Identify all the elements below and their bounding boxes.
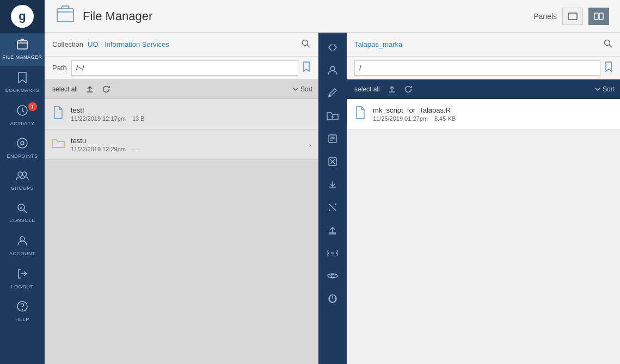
- right-collection-header: Talapas_marka: [347, 33, 620, 57]
- svg-rect-0: [17, 41, 27, 49]
- link-button[interactable]: [322, 243, 343, 263]
- svg-point-5: [22, 172, 27, 176]
- sidebar-item-endpoints[interactable]: ENDPOINTS: [0, 132, 45, 165]
- help-label: HELP: [15, 317, 29, 323]
- table-row[interactable]: mk_script_for_Talapas.R 11/25/2019 01:27…: [347, 99, 620, 129]
- panels-label: Panels: [533, 12, 557, 21]
- single-panel-button[interactable]: [562, 8, 583, 25]
- sidebar-logo[interactable]: g: [0, 0, 45, 33]
- bookmarks-icon: [17, 71, 28, 86]
- right-sort-button[interactable]: Sort: [594, 85, 615, 93]
- edit-file-button[interactable]: [322, 128, 343, 149]
- left-toolbar: select all Sor: [45, 79, 318, 99]
- dual-panel-button[interactable]: [588, 8, 609, 25]
- download-button[interactable]: [322, 174, 343, 195]
- left-bookmark-icon[interactable]: [303, 61, 310, 75]
- collection-label: Collection: [52, 40, 83, 48]
- right-collection-name: Talapas_marka: [354, 40, 402, 48]
- file-manager-icon: [16, 38, 28, 53]
- file-size: 13 B: [132, 115, 145, 122]
- sidebar-item-activity[interactable]: 1 ACTIVITY: [0, 99, 45, 132]
- table-row[interactable]: testu 11/22/2019 12:29pm — ›: [45, 129, 318, 160]
- svg-rect-14: [594, 13, 598, 20]
- fm-area: Collection UO - Information Services Pat…: [45, 33, 620, 364]
- resize-button[interactable]: [322, 197, 343, 218]
- console-label: CONSOLE: [9, 218, 35, 224]
- sidebar-item-file-manager[interactable]: FILE MANAGER: [0, 33, 45, 66]
- left-select-all-button[interactable]: select all: [50, 84, 80, 94]
- svg-rect-15: [599, 13, 603, 20]
- upload-button[interactable]: [322, 220, 343, 240]
- right-pane: Talapas_marka select all: [347, 33, 620, 364]
- file-size: 8.45 KB: [434, 115, 456, 122]
- table-row[interactable]: testf 11/22/2019 12:17pm 13 B: [45, 99, 318, 129]
- file-info: testf 11/22/2019 12:17pm 13 B: [71, 106, 311, 122]
- file-icon: [353, 106, 367, 123]
- sidebar-item-console[interactable]: A CONSOLE: [0, 197, 45, 229]
- left-path-bar: Path: [45, 57, 318, 79]
- preview-button[interactable]: [322, 266, 343, 286]
- pencil-button[interactable]: [322, 83, 343, 103]
- left-collection-header: Collection UO - Information Services: [45, 33, 318, 57]
- file-date: 11/22/2019 12:17pm: [71, 115, 126, 122]
- file-date: 11/22/2019 12:29pm: [71, 146, 126, 152]
- svg-point-31: [605, 40, 610, 45]
- svg-point-11: [22, 310, 23, 310]
- right-select-all-button[interactable]: select all: [352, 84, 382, 94]
- topbar: File Manager Panels: [45, 0, 620, 33]
- file-manager-topbar-icon: [56, 4, 75, 28]
- file-icon: [51, 106, 65, 123]
- right-path-input[interactable]: [354, 60, 600, 76]
- svg-point-16: [303, 40, 308, 45]
- new-folder-button[interactable]: [322, 106, 343, 126]
- right-bookmark-icon[interactable]: [605, 61, 612, 75]
- left-search-button[interactable]: [302, 39, 310, 50]
- left-sort-button[interactable]: Sort: [292, 85, 312, 93]
- file-info: testu 11/22/2019 12:29pm —: [71, 137, 303, 152]
- groups-icon: [16, 170, 29, 184]
- sidebar: g FILE MANAGER BOOKMARKS 1 ACTIVITY: [0, 0, 45, 364]
- left-collection-name[interactable]: UO - Information Services: [88, 40, 169, 48]
- right-path-bar: [347, 57, 620, 79]
- svg-point-19: [330, 66, 335, 71]
- file-meta: 11/22/2019 12:29pm —: [71, 146, 303, 152]
- folder-arrow-icon: ›: [309, 140, 311, 149]
- power-button[interactable]: [322, 288, 343, 309]
- svg-rect-12: [57, 9, 73, 22]
- middle-toolbar: [318, 33, 347, 364]
- file-size: —: [132, 146, 138, 152]
- svg-line-17: [308, 45, 310, 47]
- right-up-dir-button[interactable]: [385, 84, 398, 95]
- file-name: testu: [71, 137, 303, 145]
- svg-text:A: A: [20, 206, 23, 211]
- left-path-input[interactable]: [71, 60, 298, 76]
- file-info: mk_script_for_Talapas.R 11/25/2019 01:27…: [373, 106, 613, 122]
- folder-icon: [51, 138, 65, 152]
- right-refresh-button[interactable]: [402, 84, 415, 95]
- topbar-left: File Manager: [56, 4, 152, 28]
- collapse-panes-button[interactable]: [322, 37, 343, 58]
- left-up-dir-button[interactable]: [83, 84, 96, 95]
- right-search-button[interactable]: [604, 39, 612, 50]
- left-refresh-button[interactable]: [100, 84, 113, 95]
- delete-button[interactable]: [322, 151, 343, 172]
- svg-rect-13: [568, 13, 577, 20]
- sidebar-item-account[interactable]: ACCOUNT: [0, 229, 45, 262]
- sidebar-item-help[interactable]: HELP: [0, 295, 45, 328]
- svg-point-3: [21, 141, 24, 145]
- file-meta: 11/25/2019 01:27pm 8.45 KB: [373, 115, 613, 122]
- sidebar-item-logout[interactable]: LOGOUT: [0, 262, 45, 295]
- activity-icon: [16, 104, 28, 119]
- right-toolbar: select all Sor: [347, 79, 620, 99]
- file-meta: 11/22/2019 12:17pm 13 B: [71, 115, 311, 122]
- account-icon: [16, 235, 28, 249]
- sidebar-item-groups[interactable]: GROUPS: [0, 165, 45, 197]
- logo-circle: g: [11, 5, 34, 28]
- sidebar-item-bookmarks[interactable]: BOOKMARKS: [0, 66, 45, 99]
- console-icon: A: [16, 202, 28, 216]
- file-date: 11/25/2019 01:27pm: [373, 115, 428, 122]
- transfer-user-button[interactable]: [322, 60, 343, 81]
- svg-point-9: [20, 237, 24, 241]
- svg-line-32: [610, 45, 612, 47]
- groups-label: GROUPS: [11, 186, 34, 192]
